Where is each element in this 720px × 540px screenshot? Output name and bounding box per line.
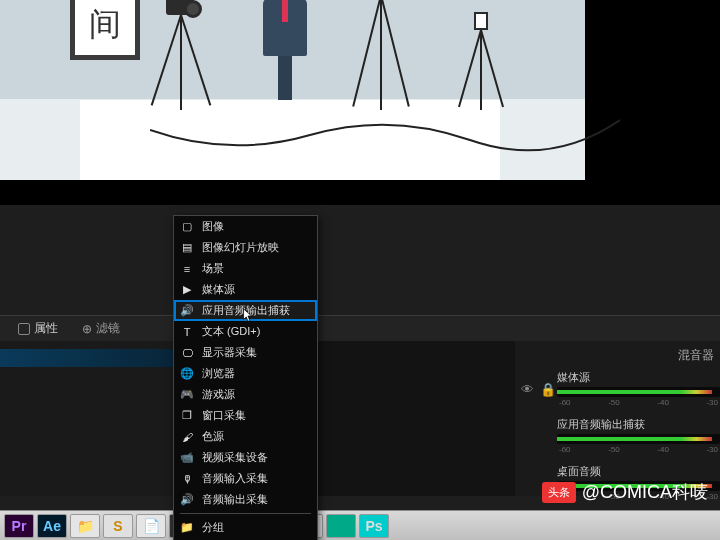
- menu-item-browser[interactable]: 🌐浏览器: [174, 363, 317, 384]
- taskbar-app-ae[interactable]: Ae: [37, 514, 67, 538]
- list-icon: [18, 323, 30, 335]
- audio-meter: [557, 387, 720, 397]
- menu-item-media[interactable]: ▶媒体源: [174, 279, 317, 300]
- menu-item-display[interactable]: 🖵显示器采集: [174, 342, 317, 363]
- menu-item-label: 场景: [202, 261, 224, 276]
- menu-item-image[interactable]: ▢图像: [174, 216, 317, 237]
- menu-item-label: 媒体源: [202, 282, 235, 297]
- cable-graphic: [150, 110, 620, 160]
- tab-label: 滤镜: [96, 320, 120, 337]
- preview-area: 间: [0, 0, 720, 205]
- audio-mixer-panel: 混音器 👁🔒媒体源-60-50-40-30应用音频输出捕获-60-50-40-3…: [515, 341, 720, 496]
- display-icon: 🖵: [180, 346, 194, 360]
- mixer-track: 应用音频输出捕获-60-50-40-30: [519, 417, 720, 454]
- menu-item-label: 音频输入采集: [202, 471, 268, 486]
- window-icon: ❐: [180, 409, 194, 423]
- watermark: 头条 @COMICA科唛: [542, 480, 708, 504]
- scene-label-box: 间: [70, 0, 140, 60]
- track-label: 应用音频输出捕获: [557, 417, 720, 432]
- filter-icon: ⊕: [82, 322, 92, 336]
- taskbar-app[interactable]: Ps: [359, 514, 389, 538]
- color-icon: 🖌: [180, 430, 194, 444]
- taskbar: Pr Ae 📁 S 📄 ⊙ ▣ ▣ ▦ Ps: [0, 510, 720, 540]
- track-label: 桌面音频: [557, 464, 720, 479]
- menu-item-scene[interactable]: ≡场景: [174, 258, 317, 279]
- menu-item-text[interactable]: T文本 (GDI+): [174, 321, 317, 342]
- selected-source-row[interactable]: [0, 349, 179, 367]
- menu-item-label: 图像: [202, 219, 224, 234]
- aout-icon: 🔊: [180, 493, 194, 507]
- menu-item-label: 显示器采集: [202, 345, 257, 360]
- menu-item-ain[interactable]: 🎙音频输入采集: [174, 468, 317, 489]
- lock-icon[interactable]: 🔒: [540, 382, 556, 397]
- text-icon: T: [180, 325, 194, 339]
- add-source-menu: ▢图像▤图像幻灯片放映≡场景▶媒体源🔊应用音频输出捕获T文本 (GDI+)🖵显示…: [173, 215, 318, 540]
- person-graphic: [255, 0, 315, 110]
- taskbar-app[interactable]: S: [103, 514, 133, 538]
- watermark-text: @COMICA科唛: [582, 480, 708, 504]
- studio-scene: 间: [0, 0, 585, 180]
- meter-ticks: -60-50-40-30: [557, 445, 720, 454]
- media-icon: ▶: [180, 283, 194, 297]
- tab-filters[interactable]: ⊕ 滤镜: [70, 317, 132, 341]
- menu-item-window[interactable]: ❐窗口采集: [174, 405, 317, 426]
- game-icon: 🎮: [180, 388, 194, 402]
- taskbar-app[interactable]: [326, 514, 356, 538]
- menu-item-label: 视频采集设备: [202, 450, 268, 465]
- properties-tab-bar: 属性 ⊕ 滤镜: [0, 315, 720, 341]
- taskbar-app[interactable]: 📄: [136, 514, 166, 538]
- watermark-badge: 头条: [542, 482, 576, 503]
- menu-item-label: 色源: [202, 429, 224, 444]
- taskbar-app-pr[interactable]: Pr: [4, 514, 34, 538]
- track-label: 媒体源: [557, 370, 720, 385]
- meter-ticks: -60-50-40-30: [557, 398, 720, 407]
- tab-properties[interactable]: 属性: [6, 317, 70, 341]
- vcap-icon: 📹: [180, 451, 194, 465]
- ain-icon: 🎙: [180, 472, 194, 486]
- cursor-icon: [242, 308, 254, 324]
- eye-icon[interactable]: 👁: [521, 382, 534, 397]
- menu-item-aout[interactable]: 🔊音频输出采集: [174, 489, 317, 510]
- slideshow-icon: ▤: [180, 241, 194, 255]
- tab-label: 属性: [34, 320, 58, 337]
- taskbar-app[interactable]: 📁: [70, 514, 100, 538]
- image-icon: ▢: [180, 220, 194, 234]
- menu-item-vcap[interactable]: 📹视频采集设备: [174, 447, 317, 468]
- sources-panel: [0, 341, 180, 496]
- menu-item-label: 音频输出采集: [202, 492, 268, 507]
- browser-icon: 🌐: [180, 367, 194, 381]
- menu-item-label: 分组: [202, 520, 224, 535]
- mixer-title: 混音器: [519, 345, 720, 370]
- menu-item-label: 浏览器: [202, 366, 235, 381]
- menu-item-color[interactable]: 🖌色源: [174, 426, 317, 447]
- mixer-track: 👁🔒媒体源-60-50-40-30: [519, 370, 720, 407]
- group-icon: 📁: [180, 521, 194, 535]
- menu-item-label: 图像幻灯片放映: [202, 240, 279, 255]
- audio-out-icon: 🔊: [180, 304, 194, 318]
- menu-item-slideshow[interactable]: ▤图像幻灯片放映: [174, 237, 317, 258]
- scene-icon: ≡: [180, 262, 194, 276]
- menu-item-game[interactable]: 🎮游戏源: [174, 384, 317, 405]
- menu-item-label: 游戏源: [202, 387, 235, 402]
- menu-item-label: 窗口采集: [202, 408, 246, 423]
- menu-item-group[interactable]: 📁分组: [174, 517, 317, 538]
- audio-meter: [557, 434, 720, 444]
- menu-item-label: 文本 (GDI+): [202, 324, 260, 339]
